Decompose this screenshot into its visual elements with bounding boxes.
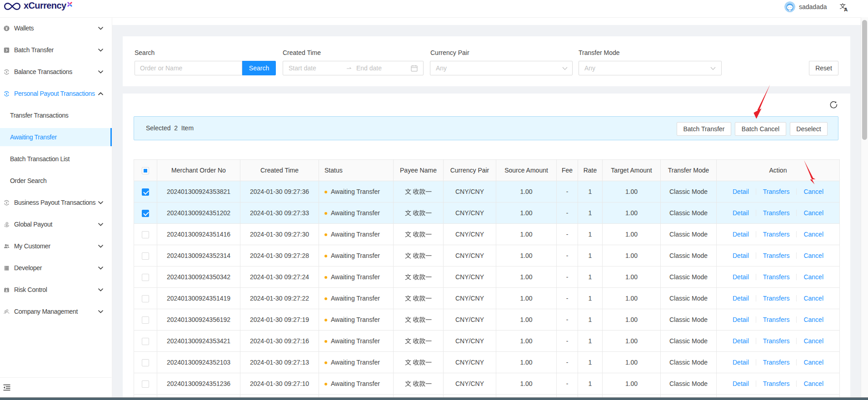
- svg-text:A: A: [844, 7, 848, 12]
